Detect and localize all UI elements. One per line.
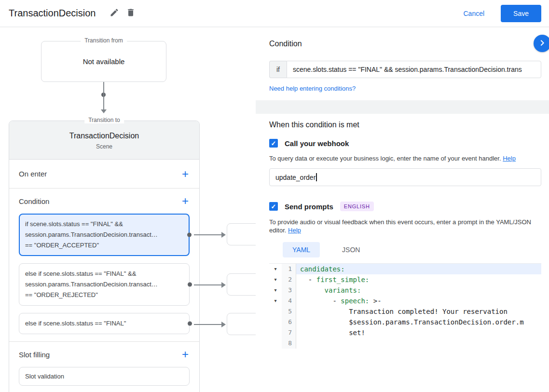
condition-item-text: session.params.TransactionDecision.trans… [25, 230, 183, 240]
conditions-help-link[interactable]: Need help entering conditions? [269, 85, 356, 92]
connector-dot [188, 322, 192, 326]
save-button[interactable]: Save [501, 5, 541, 22]
webhook-description-text: To query data or execute your business l… [269, 155, 501, 162]
condition-item[interactable]: else if scene.slots.status == "FINAL" &&… [19, 263, 190, 306]
webhook-description: To query data or execute your business l… [269, 154, 541, 162]
editor-tabs: YAMLJSON [283, 242, 541, 257]
code-line: 8 [269, 338, 541, 349]
condition-section: Condition + if scene.slots.status == "FI… [9, 189, 199, 342]
scene-card-header[interactable]: TransactionDecision Scene [9, 121, 199, 160]
add-condition-button[interactable]: + [180, 195, 191, 207]
target-node[interactable] [227, 223, 256, 245]
slot-filling-label: Slot filling [19, 351, 50, 359]
line-number: 4 [282, 296, 296, 306]
code-line: 7 set! [269, 327, 541, 338]
condition-editor-panel: Condition if scene.slots.status == "FINA… [256, 27, 549, 392]
code-text: variants: [296, 285, 541, 296]
pencil-icon [110, 8, 119, 19]
delete-scene-button[interactable] [123, 5, 139, 22]
add-slot-filling-button[interactable]: + [180, 349, 191, 360]
edit-title-button[interactable] [106, 5, 123, 22]
line-number: 8 [282, 338, 296, 349]
condition-item-text: == "ORDER_REJECTED" [25, 290, 183, 300]
transition-to-label: Transition to [84, 117, 124, 123]
code-text: candidates: [296, 264, 541, 274]
condition-section-label: Condition [19, 197, 49, 205]
transition-arrow [194, 234, 222, 235]
code-text: $session.params.TransactionDecision.orde… [296, 317, 541, 327]
fold-toggle-icon[interactable]: ▾ [269, 285, 282, 296]
code-line: ▾2 - first_simple: [269, 274, 541, 285]
condition-item-text: else if scene.slots.status == "FINAL" && [25, 269, 183, 279]
fold-spacer [269, 317, 282, 327]
page-title: TransactionDecision [9, 8, 96, 19]
fold-toggle-icon[interactable]: ▾ [269, 264, 282, 274]
if-prefix-label: if [269, 61, 287, 78]
prompts-checkbox[interactable]: ✓ [269, 202, 278, 211]
prompts-label: Send prompts [285, 203, 333, 211]
slot-item[interactable]: Slot validation [19, 367, 190, 386]
tab-json[interactable]: JSON [332, 242, 370, 257]
code-text: - speech: >- [296, 296, 541, 306]
fold-toggle-icon[interactable]: ▾ [269, 296, 282, 306]
code-text: - first_simple: [296, 274, 541, 285]
code-line: ▾4 - speech: >- [269, 296, 541, 306]
condition-expression-row: if scene.slots.status == "FINAL" && sess… [269, 61, 541, 78]
line-number: 1 [282, 264, 296, 274]
line-number: 7 [282, 327, 296, 338]
target-node[interactable] [227, 313, 256, 335]
line-number: 6 [282, 317, 296, 327]
scene-title: TransactionDecision [9, 132, 199, 140]
line-number: 3 [282, 285, 296, 296]
code-text: set! [296, 327, 541, 338]
prompts-help-link[interactable]: Help [288, 227, 301, 234]
condition-item[interactable]: if scene.slots.status == "FINAL" &&sessi… [19, 214, 190, 256]
cancel-button[interactable]: Cancel [463, 10, 484, 17]
transition-arrow [194, 284, 222, 285]
target-node[interactable] [227, 273, 256, 296]
chevron-right-icon [536, 37, 548, 50]
fold-toggle-icon[interactable]: ▾ [269, 274, 282, 285]
condition-item[interactable]: else if scene.slots.status == "FINAL" [19, 313, 190, 334]
code-text: Transaction completed! Your reservation [296, 306, 541, 317]
transition-from-box: Transition from Not available [41, 41, 166, 82]
webhook-handler-input[interactable]: update_order [269, 168, 541, 186]
slot-filling-section: Slot filling + Slot validation [9, 342, 199, 386]
fold-spacer [269, 327, 282, 338]
on-enter-label: On enter [19, 170, 47, 178]
on-enter-section: On enter + [9, 160, 199, 189]
condition-item-text: == "ORDER_ACCEPTED" [25, 240, 183, 251]
webhook-checkbox[interactable]: ✓ [269, 139, 278, 148]
code-line: ▾3 variants: [269, 285, 541, 296]
when-met-title: When this condition is met [269, 121, 541, 129]
transition-from-label: Transition from [81, 37, 127, 44]
transition-arrow [103, 82, 104, 110]
scene-diagram: Transition from Not available Transition… [0, 27, 256, 392]
condition-item-text: else if scene.slots.status == "FINAL" [25, 318, 183, 329]
line-number: 5 [282, 306, 296, 317]
fold-spacer [269, 306, 282, 317]
connector-dot [188, 283, 192, 287]
webhook-help-link[interactable]: Help [503, 155, 516, 162]
webhook-label: Call your webhook [285, 139, 349, 148]
collapse-panel-button[interactable] [534, 35, 549, 52]
prompts-description-text: To provide audio or visual feedback when… [269, 218, 531, 234]
language-badge: ENGLISH [340, 202, 374, 211]
condition-item-text: session.params.TransactionDecision.trans… [25, 279, 183, 290]
tab-yaml[interactable]: YAML [283, 242, 320, 257]
panel-title: Condition [269, 40, 541, 48]
top-bar: TransactionDecision Cancel Save [0, 0, 549, 27]
text-cursor [316, 173, 317, 181]
transition-from-value: Not available [83, 57, 125, 66]
connector-dot [187, 233, 192, 237]
main-content: Transition from Not available Transition… [0, 27, 549, 392]
prompts-row: ✓ Send prompts ENGLISH [269, 202, 541, 211]
condition-expression-input[interactable]: scene.slots.status == "FINAL" && session… [287, 61, 541, 78]
scene-card: Transition to TransactionDecision Scene … [9, 121, 200, 392]
add-on-enter-button[interactable]: + [180, 168, 191, 180]
arrow-head-icon [101, 109, 107, 113]
code-line: 6 $session.params.TransactionDecision.or… [269, 317, 541, 327]
yaml-editor[interactable]: ▾1candidates:▾2 - first_simple:▾3 varian… [269, 263, 541, 392]
fold-spacer [269, 338, 282, 349]
webhook-handler-value: update_order [275, 174, 316, 181]
